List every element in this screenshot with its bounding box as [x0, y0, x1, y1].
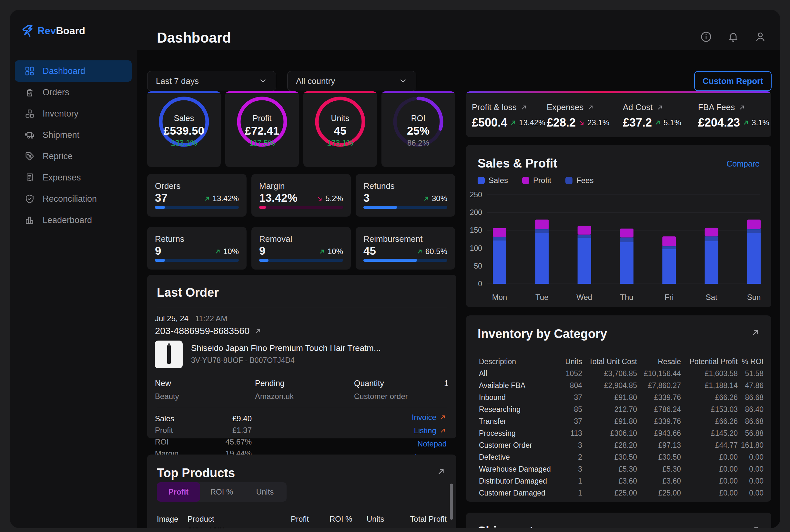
row-value: £0.00 — [681, 477, 738, 486]
x-tick-label: Tue — [535, 293, 548, 302]
order-link-listing[interactable]: Listing — [414, 426, 447, 435]
stat-progress-track — [155, 259, 239, 262]
y-tick-label: 50 — [474, 262, 482, 270]
stat-value: 9 — [155, 244, 161, 257]
user-icon[interactable] — [754, 31, 766, 43]
row-value: £153.03 — [681, 405, 738, 414]
bar-sales-fri[interactable] — [662, 249, 676, 284]
table-row[interactable]: Customer Order3£28.20£97.13£44.77161.80 — [466, 439, 771, 451]
bar-fees-tue[interactable] — [535, 229, 548, 233]
bar-profit-thu[interactable] — [620, 229, 634, 238]
sales-profit-card: Sales & Profit Compare SalesProfitFees 0… — [466, 145, 771, 307]
order-metric-row: ROI45.67% — [155, 436, 252, 448]
tab-profit[interactable]: Profit — [157, 482, 200, 502]
row-value: £3.60 — [582, 477, 637, 486]
bar-fees-sun[interactable] — [747, 229, 760, 233]
gauge-change: 173.1% — [327, 138, 353, 148]
sidebar-item-orders[interactable]: Orders — [15, 82, 132, 103]
stat-progress-fill — [155, 206, 165, 209]
table-row[interactable]: Defective2£30.50£30.50£0.000.00 — [466, 451, 771, 463]
country-select[interactable]: All country — [287, 71, 416, 91]
trend-down-icon — [578, 119, 585, 126]
bar-profit-sat[interactable] — [705, 228, 718, 236]
row-value: £3,706.85 — [582, 369, 637, 378]
shipment-expand-icon[interactable] — [751, 525, 760, 528]
sidebar-item-dashboard[interactable]: Dashboard — [15, 60, 132, 82]
compare-link[interactable]: Compare — [727, 159, 760, 169]
bar-fees-fri[interactable] — [662, 246, 676, 249]
y-tick-label: 100 — [470, 244, 482, 252]
trend-up-icon — [319, 249, 325, 255]
stat-progress-fill — [259, 259, 269, 262]
kpi-label-link[interactable]: FBA Fees — [698, 102, 746, 112]
sidebar-item-expenses[interactable]: Expenses — [15, 167, 132, 188]
legend-item-sales[interactable]: Sales — [478, 176, 508, 185]
kpi-label-link[interactable]: Expenses — [547, 102, 594, 112]
bar-profit-sun[interactable] — [747, 220, 760, 229]
row-description: Transfer — [479, 417, 553, 426]
row-value: 0.00 — [738, 453, 764, 462]
sidebar-item-label: Reprice — [43, 151, 73, 162]
sidebar-item-label: Reconciliation — [43, 194, 97, 204]
bell-icon[interactable] — [727, 31, 739, 43]
legend-swatch — [565, 177, 573, 184]
table-row[interactable]: Processing113£306.10£943.66£145.2056.88 — [466, 428, 771, 439]
product-name[interactable]: Shiseido Japan Fino Premium Touch Hair T… — [191, 343, 381, 353]
table-row[interactable]: Distributor Damaged1£3.60£3.60£0.000.00 — [466, 475, 771, 487]
table-row[interactable]: Customer Damaged1£25.00£25.00£0.000.00 — [466, 487, 771, 499]
order-link-invoice[interactable]: Invoice — [412, 413, 447, 422]
bar-sales-tue[interactable] — [535, 233, 548, 284]
legend-item-profit[interactable]: Profit — [522, 176, 551, 185]
kpi-label-link[interactable]: Profit & loss — [472, 102, 528, 112]
bar-profit-mon[interactable] — [493, 228, 506, 236]
bar-profit-fri[interactable] — [662, 236, 676, 246]
sidebar-item-reprice[interactable]: Reprice — [15, 146, 132, 167]
bar-sales-sat[interactable] — [705, 241, 718, 284]
tab-roi-[interactable]: ROI % — [200, 482, 243, 502]
bar-sales-wed[interactable] — [578, 238, 591, 284]
bar-profit-tue[interactable] — [535, 220, 548, 229]
bar-fees-wed[interactable] — [578, 235, 591, 238]
sidebar-item-inventory[interactable]: Inventory — [15, 103, 132, 124]
sidebar-item-leaderboard[interactable]: Leaderboard — [15, 209, 132, 231]
gauge-label: Profit — [253, 114, 271, 123]
shipment-card: Shipment — [466, 513, 771, 528]
order-id-link[interactable]: 203-4886959-8683560 — [155, 326, 262, 336]
sidebar-item-reconciliation[interactable]: Reconciliation — [15, 188, 132, 209]
info-icon[interactable] — [700, 31, 712, 43]
table-row[interactable]: Researching85212.70£786.24£153.0386.40 — [466, 403, 771, 416]
row-value: £66.26 — [681, 393, 738, 402]
order-link-notepad[interactable]: Notepad — [417, 439, 447, 449]
legend-item-fees[interactable]: Fees — [565, 176, 594, 185]
inventory-expand-icon[interactable] — [751, 328, 760, 337]
product-thumbnail[interactable] — [155, 341, 182, 368]
custom-report-button[interactable]: Custom Report — [694, 71, 772, 91]
bar-fees-mon[interactable] — [493, 236, 506, 240]
date-range-select[interactable]: Last 7 days — [147, 71, 276, 91]
stat-progress-fill — [363, 259, 417, 262]
bar-fees-thu[interactable] — [620, 237, 634, 242]
sidebar-item-shipment[interactable]: Shipment — [15, 124, 132, 146]
bar-sales-thu[interactable] — [620, 242, 634, 284]
stat-card-margin: Margin13.42%5.2% — [251, 174, 351, 216]
table-row[interactable]: Available FBA804£2,904.85£7,860.27£1,188… — [466, 380, 771, 392]
tab-units[interactable]: Units — [243, 482, 287, 502]
row-description: Warehouse Damaged — [479, 465, 553, 474]
bar-sales-mon[interactable] — [493, 240, 506, 284]
row-value: 56.88 — [738, 429, 764, 438]
bar-profit-wed[interactable] — [578, 226, 591, 235]
table-row[interactable]: Transfer37£91.80£339.76£66.2686.68 — [466, 416, 771, 428]
row-value: 1052 — [553, 369, 582, 378]
table-row[interactable]: Inbound37£91.80£339.76£66.2686.68 — [466, 392, 771, 403]
row-value: £1,603.58 — [681, 369, 738, 378]
table-row[interactable]: All1052£3,706.85£10,156.44£1,603.5851.58 — [466, 368, 771, 380]
brand-logo[interactable]: RevBoard — [21, 24, 85, 38]
bar-sales-sun[interactable] — [747, 233, 760, 284]
divider — [157, 308, 447, 308]
bar-fees-sat[interactable] — [705, 236, 718, 241]
top-products-scrollbar[interactable] — [450, 483, 453, 520]
kpi-label-link[interactable]: Ad Cost — [623, 102, 664, 112]
row-value: 47.86 — [738, 381, 764, 390]
table-row[interactable]: Warehouse Damaged3£5.30£5.30£0.000.00 — [466, 463, 771, 475]
top-products-expand-icon[interactable] — [436, 467, 446, 476]
